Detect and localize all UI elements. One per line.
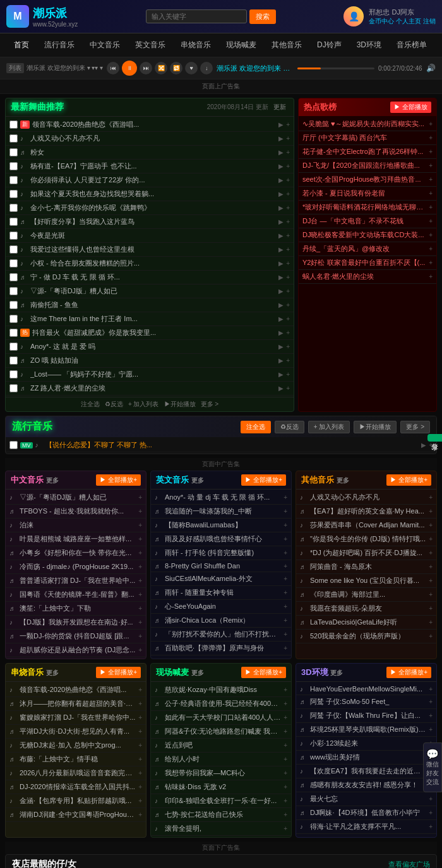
song-item[interactable]: ♪雨轩 - 打手轮 (抖音完整版懂)+ <box>151 546 291 560</box>
nav-ringtone[interactable]: DJ铃声 <box>309 33 349 57</box>
add-btn[interactable]: + <box>286 329 290 336</box>
song-item[interactable]: ♪最火七忘+ <box>296 792 436 806</box>
add-btn[interactable]: + <box>286 371 290 378</box>
song-item[interactable]: ♪印印&-独唱全载全班打一乐·在一好...+ <box>151 794 291 808</box>
xianchang-more-label[interactable]: 更多 <box>191 669 204 676</box>
play-btn[interactable]: ▶ <box>278 177 284 184</box>
add-btn[interactable]: + <box>284 603 287 610</box>
add-btn[interactable]: + <box>138 686 142 693</box>
repeat-button[interactable]: 🔁 <box>170 62 182 74</box>
song-item[interactable]: 花子健-全中文Electro跑了再说26样钟... + <box>299 145 436 159</box>
song-item[interactable]: DJ晓松极客爱新中文动场车载CD大装... + <box>299 228 436 242</box>
song-item[interactable]: ♪人戏又动心不凡亦不凡+ <box>296 491 436 505</box>
song-item[interactable]: ♪ 杨有道-【EA7】宁愿动手 也不让... ▶ + <box>6 160 294 173</box>
start-play-btn[interactable]: ▶开始播放 <box>164 400 196 409</box>
song-checkbox[interactable] <box>9 259 18 267</box>
song-item[interactable]: ♬ 宁 - 做 DJ 车 载 无 限 循 环... ▶ + <box>6 271 294 284</box>
add-btn[interactable]: + <box>286 288 290 295</box>
song-item[interactable]: ♬雨及及好感趴哦也曾经事情忏心+ <box>151 532 291 546</box>
nav-pop[interactable]: 流行音乐 <box>37 33 82 57</box>
add-btn[interactable]: + <box>284 714 287 721</box>
other-more-label[interactable]: 更多 <box>337 477 349 484</box>
song-item[interactable]: ♬湖南DJ润建·全中文国粤语ProgHous...+ <box>6 808 146 822</box>
shuffle-button[interactable]: 🔀 <box>155 62 167 74</box>
song-checkbox[interactable] <box>9 301 18 309</box>
song-item[interactable]: ♪SiuCEstlAlMeuKamelia-外文+ <box>151 572 291 586</box>
play-btn[interactable]: ▶ <box>278 343 284 350</box>
song-item[interactable]: ♪ 这me There Iam in the 打王者 Im... ▶ + <box>6 312 294 326</box>
add-btn[interactable]: + <box>429 232 433 238</box>
nav-chinese[interactable]: 中文音乐 <box>82 33 128 57</box>
user-actions[interactable]: 金币中心 个人主页 注销 <box>369 17 436 26</box>
song-checkbox[interactable] <box>9 356 18 365</box>
song-item[interactable]: ♬布藤:「上烛中文」情手稳+ <box>6 753 146 766</box>
song-item[interactable]: ♬钻味妹·Diss 无敌 v2+ <box>151 780 291 794</box>
add-btn[interactable]: + <box>429 633 433 640</box>
add-btn[interactable]: + <box>138 728 142 735</box>
add-btn[interactable]: + <box>429 273 433 280</box>
add-btn[interactable]: + <box>429 823 433 830</box>
add-btn[interactable]: + <box>138 797 142 804</box>
song-checkbox[interactable] <box>9 232 18 240</box>
song-checkbox[interactable] <box>9 441 18 449</box>
pause-button[interactable]: ⏸ <box>122 61 137 76</box>
add-btn[interactable]: + <box>284 700 287 707</box>
song-item[interactable]: 若小漆 - 夏日说我有份老留 + <box>299 187 436 201</box>
song-checkbox[interactable] <box>9 218 18 226</box>
add-btn[interactable]: + <box>138 522 142 529</box>
song-item[interactable]: ♪领音车载-2020热曲绝恋《西游唱...+ <box>6 683 146 697</box>
add-btn[interactable]: + <box>284 494 287 501</box>
song-item[interactable]: ♪叶晨是相熊城 城路座座一如整他样...+ <box>6 532 146 546</box>
3d-more-label[interactable]: 更多 <box>330 669 343 676</box>
add-btn[interactable]: + <box>429 795 433 802</box>
add-btn[interactable]: + <box>138 647 142 654</box>
add-btn[interactable]: + <box>429 176 433 183</box>
add-btn[interactable]: + <box>138 577 142 584</box>
song-checkbox[interactable] <box>9 287 18 295</box>
song-item[interactable]: ♪我想带你回我家—MC科心+ <box>151 766 291 780</box>
song-item[interactable]: ♬阿策曲音 - 海岛原木+ <box>296 560 436 574</box>
add-btn[interactable]: + <box>284 549 287 556</box>
volume-icon[interactable]: 🔊 <box>426 64 436 73</box>
song-item[interactable]: ♬ 【好听度分享】当我跑入这片蓝鸟 ▶ + <box>6 215 294 229</box>
add-btn[interactable]: + <box>138 756 142 763</box>
prev-button[interactable]: ⏮ <box>107 62 119 74</box>
nav-other[interactable]: 其他音乐 <box>264 33 309 57</box>
song-item[interactable]: ♬【EA7】超好听的英文金嘉·My Hea...+ <box>296 505 436 519</box>
add-btn[interactable]: + <box>284 770 287 777</box>
add-btn[interactable]: + <box>138 494 142 501</box>
song-item[interactable]: ♪520我最余金的（现场所声版）+ <box>296 630 436 643</box>
nav-english[interactable]: 英文音乐 <box>128 33 173 57</box>
song-checkbox[interactable] <box>9 343 18 351</box>
search-button[interactable]: 搜索 <box>249 9 276 24</box>
song-item[interactable]: ♪ 小权 - 给合在朋友圈发糟糕的照片... ▶ + <box>6 257 294 271</box>
play-btn[interactable]: ▶ <box>278 260 284 267</box>
song-item[interactable]: 新 领音车载-2020热曲绝恋《西游唱... ▶ + <box>6 118 294 132</box>
add-btn[interactable]: + <box>286 149 290 156</box>
song-item[interactable]: ♪莎果爱西串串（Cover Adljan Mamit...+ <box>296 519 436 532</box>
nav-friends[interactable]: 偏友广场 <box>434 33 442 57</box>
play-btn[interactable]: ▶ <box>278 218 284 225</box>
song-item[interactable]: ♬TFBOYS - 超出发·我就我就给你...+ <box>6 505 146 519</box>
play-btn[interactable]: ▶ <box>278 149 284 156</box>
song-item[interactable]: ♬普普通话家打溜 DJ-「我在世界哈中...+ <box>6 574 146 588</box>
add-btn[interactable]: + <box>286 121 290 128</box>
download-button[interactable]: ↓ <box>200 62 213 74</box>
add-btn[interactable]: + <box>429 809 433 816</box>
add-btn[interactable]: + <box>429 134 433 141</box>
chuanshao-play-btn[interactable]: ▶ 全部播放+ <box>96 667 141 678</box>
add-btn[interactable]: + <box>429 245 433 252</box>
song-checkbox[interactable] <box>9 162 18 170</box>
song-item[interactable]: ♬公子·经典语音使用-我已经经有400个人...+ <box>151 697 291 711</box>
song-item[interactable]: ♪慈欣妮·Kozay·中国有趣哦Diss+ <box>151 683 291 697</box>
song-item[interactable]: ♪无糖DJ末起·加入 总制中文prog...+ <box>6 739 146 753</box>
add-btn[interactable]: + <box>138 605 142 612</box>
select-all-btn[interactable]: 注全选 <box>81 400 100 409</box>
song-item[interactable]: ♬阿鸶 子仪:SoMo·50 Feet_+ <box>296 695 436 709</box>
add-btn[interactable]: + <box>284 811 287 818</box>
song-item[interactable]: ♪国粤语《天使的镜牌-半生-留普》翻...+ <box>6 588 146 602</box>
add-btn[interactable]: + <box>429 259 433 266</box>
more-btn[interactable]: 更多 > <box>201 400 219 409</box>
add-btn[interactable]: + <box>284 631 287 638</box>
song-checkbox[interactable] <box>9 190 18 198</box>
